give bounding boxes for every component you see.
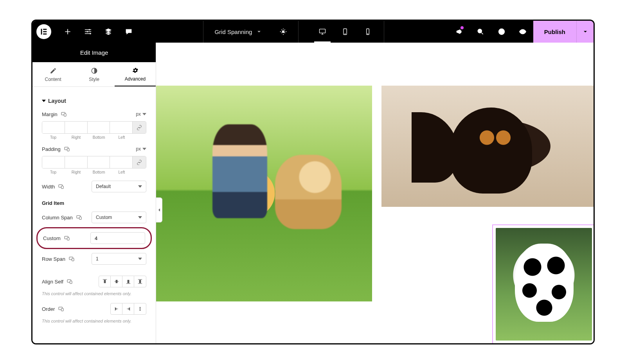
canvas-image-2[interactable]: [381, 86, 594, 207]
column-span-select[interactable]: Custom: [92, 212, 146, 223]
margin-unit-select[interactable]: px: [136, 111, 146, 117]
margin-link-toggle[interactable]: [133, 122, 146, 133]
site-settings-button[interactable]: [78, 21, 98, 43]
svg-rect-2: [43, 31, 47, 32]
padding-unit-select[interactable]: px: [136, 146, 146, 152]
responsive-icon[interactable]: [58, 306, 64, 312]
svg-point-38: [140, 308, 140, 309]
svg-rect-30: [70, 281, 72, 284]
svg-rect-32: [116, 280, 117, 283]
tab-style[interactable]: Style: [74, 62, 115, 86]
padding-right-input[interactable]: [65, 156, 87, 168]
svg-rect-31: [104, 280, 106, 283]
svg-rect-3: [43, 34, 47, 35]
align-end-button[interactable]: [122, 276, 134, 287]
finder-search-button[interactable]: [470, 21, 491, 43]
panel-tabs: Content Style Advanced: [32, 62, 156, 87]
order-label: Order: [42, 306, 55, 312]
elementor-logo[interactable]: [36, 24, 51, 39]
svg-rect-18: [64, 114, 66, 117]
svg-point-39: [140, 310, 140, 310]
svg-rect-34: [139, 280, 141, 283]
panel-collapse-handle[interactable]: [156, 197, 162, 222]
padding-left-input[interactable]: [110, 156, 132, 168]
preview-button[interactable]: [512, 21, 533, 43]
row-span-label: Row Span: [42, 256, 65, 262]
order-start-button[interactable]: [111, 303, 122, 314]
margin-left-input[interactable]: [110, 122, 132, 133]
publish-options-button[interactable]: [576, 21, 594, 43]
svg-rect-28: [72, 258, 74, 261]
tab-advanced[interactable]: Advanced: [115, 62, 156, 86]
svg-rect-8: [320, 29, 326, 33]
padding-top-input[interactable]: [42, 156, 65, 168]
margin-right-input[interactable]: [65, 122, 87, 133]
responsive-icon[interactable]: [64, 146, 70, 152]
align-help-text: This control will affect contained eleme…: [42, 291, 146, 296]
svg-point-4: [89, 29, 90, 30]
svg-point-37: [140, 307, 140, 308]
custom-label: Custom: [43, 235, 61, 241]
page-title-dropdown[interactable]: Grid Spanning: [208, 29, 268, 35]
align-self-group: [99, 276, 146, 287]
align-start-button[interactable]: [99, 276, 111, 287]
svg-point-12: [368, 34, 368, 34]
page-title: Grid Spanning: [214, 29, 252, 35]
svg-point-15: [501, 33, 502, 34]
padding-link-toggle[interactable]: [133, 156, 146, 168]
padding-bottom-input[interactable]: [88, 156, 110, 168]
editor-canvas[interactable]: [156, 43, 594, 343]
svg-rect-24: [79, 217, 81, 220]
column-span-label: Column Span: [42, 215, 73, 221]
notification-dot: [461, 26, 464, 29]
align-center-button[interactable]: [111, 276, 122, 287]
publish-button[interactable]: Publish: [533, 21, 576, 43]
row-span-select[interactable]: 1: [92, 253, 146, 265]
svg-rect-22: [61, 186, 63, 189]
svg-rect-33: [128, 280, 129, 283]
device-mobile-button[interactable]: [356, 21, 379, 43]
structure-button[interactable]: [98, 21, 119, 43]
width-select[interactable]: Default: [92, 181, 146, 192]
custom-span-input[interactable]: [90, 232, 145, 244]
tab-content[interactable]: Content: [32, 62, 74, 86]
svg-rect-36: [61, 308, 63, 311]
panel-title: Edit Image: [32, 43, 156, 62]
svg-point-10: [345, 34, 345, 34]
svg-point-5: [87, 31, 88, 32]
order-more-button[interactable]: [134, 303, 146, 314]
editor-sidebar: Edit Image Content Style Advanced: [32, 43, 156, 343]
svg-point-16: [522, 31, 523, 33]
align-stretch-button[interactable]: [134, 276, 146, 287]
custom-row-highlight: Custom: [36, 227, 152, 249]
padding-inputs: [42, 156, 146, 169]
responsive-icon[interactable]: [64, 235, 70, 241]
padding-label: Padding: [42, 146, 61, 152]
device-tablet-button[interactable]: [334, 21, 356, 43]
responsive-icon[interactable]: [76, 214, 82, 221]
responsive-icon[interactable]: [58, 183, 64, 190]
page-settings-button[interactable]: [273, 21, 293, 43]
topbar: Grid Spanning: [32, 21, 594, 43]
svg-rect-0: [41, 29, 42, 35]
order-help-text: This control will affect contained eleme…: [42, 319, 146, 323]
responsive-icon[interactable]: [68, 256, 75, 262]
order-end-button[interactable]: [122, 303, 134, 314]
device-desktop-button[interactable]: [311, 21, 334, 43]
publish-label: Publish: [544, 29, 565, 35]
responsive-icon[interactable]: [67, 278, 73, 285]
margin-bottom-input[interactable]: [88, 122, 110, 133]
canvas-image-3-selected[interactable]: [493, 225, 594, 343]
margin-top-input[interactable]: [42, 122, 65, 133]
add-element-button[interactable]: [58, 21, 78, 43]
notes-button[interactable]: [119, 21, 139, 43]
align-self-label: Align Self: [42, 279, 63, 285]
section-layout-toggle[interactable]: Layout: [42, 92, 146, 111]
margin-label: Margin: [42, 111, 58, 117]
svg-rect-26: [67, 238, 69, 240]
help-button[interactable]: [491, 21, 512, 43]
svg-point-6: [90, 33, 91, 34]
canvas-image-1[interactable]: [156, 86, 372, 301]
responsive-icon[interactable]: [61, 111, 67, 117]
whats-new-button[interactable]: [449, 21, 470, 43]
